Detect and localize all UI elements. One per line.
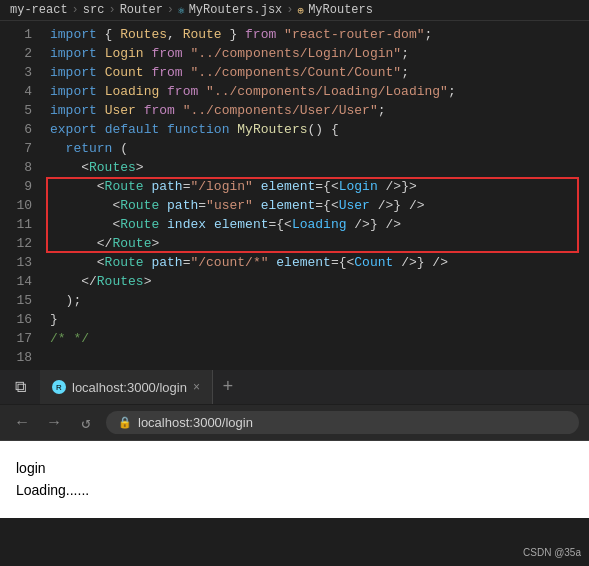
breadcrumb-part: MyRouters.jsx bbox=[189, 3, 283, 17]
browser-content: login Loading...... bbox=[0, 441, 589, 518]
code-line bbox=[50, 348, 589, 365]
line-number: 15 bbox=[0, 291, 40, 310]
tab-bar: ⧉ R localhost:3000/login × + bbox=[0, 370, 589, 405]
url-text: localhost:3000/login bbox=[138, 415, 253, 430]
new-tab-button[interactable]: + bbox=[213, 370, 243, 404]
forward-button[interactable]: → bbox=[42, 411, 66, 435]
tab-close-button[interactable]: × bbox=[193, 380, 200, 394]
code-line: <Route path="/login" element={<Login />}… bbox=[50, 177, 589, 196]
breadcrumb-part: Router bbox=[120, 3, 163, 17]
content-line-2: Loading...... bbox=[16, 479, 573, 501]
code-line: export default function MyRouters() { bbox=[50, 120, 589, 139]
code-editor: my-react › src › Router › ⚛ MyRouters.js… bbox=[0, 0, 589, 370]
code-line: <Route index element={<Loading />} /> bbox=[50, 215, 589, 234]
tab-label: localhost:3000/login bbox=[72, 380, 187, 395]
line-number: 16 bbox=[0, 310, 40, 329]
browser-tab[interactable]: R localhost:3000/login × bbox=[40, 370, 213, 404]
content-line-1: login bbox=[16, 457, 573, 479]
back-button[interactable]: ← bbox=[10, 411, 34, 435]
function-icon: ⊕ bbox=[298, 4, 305, 17]
line-number: 2 bbox=[0, 44, 40, 63]
new-window-button[interactable]: ⧉ bbox=[0, 370, 40, 404]
line-number: 18 bbox=[0, 348, 40, 367]
breadcrumb-part: my-react bbox=[10, 3, 68, 17]
tab-favicon: R bbox=[52, 380, 66, 394]
breadcrumb-part: MyRouters bbox=[308, 3, 373, 17]
breadcrumb-part: src bbox=[83, 3, 105, 17]
code-line: <Routes> bbox=[50, 158, 589, 177]
nav-bar: ← → ↺ 🔒 localhost:3000/login bbox=[0, 405, 589, 441]
refresh-button[interactable]: ↺ bbox=[74, 411, 98, 435]
line-number: 6 bbox=[0, 120, 40, 139]
code-line: ); bbox=[50, 291, 589, 310]
lock-icon: 🔒 bbox=[118, 416, 132, 429]
code-line: return ( bbox=[50, 139, 589, 158]
code-line: import Count from "../components/Count/C… bbox=[50, 63, 589, 82]
code-line: import { Routes, Route } from "react-rou… bbox=[50, 25, 589, 44]
code-line: import User from "../components/User/Use… bbox=[50, 101, 589, 120]
code-line: import Loading from "../components/Loadi… bbox=[50, 82, 589, 101]
code-line: } bbox=[50, 310, 589, 329]
code-content: import { Routes, Route } from "react-rou… bbox=[40, 21, 589, 365]
line-number: 17 bbox=[0, 329, 40, 348]
line-number: 5 bbox=[0, 101, 40, 120]
breadcrumb: my-react › src › Router › ⚛ MyRouters.js… bbox=[0, 0, 589, 21]
line-number: 14 bbox=[0, 272, 40, 291]
line-number: 1 bbox=[0, 25, 40, 44]
code-line: <Route path="user" element={<User />} /> bbox=[50, 196, 589, 215]
code-line: /* */ bbox=[50, 329, 589, 348]
line-number: 4 bbox=[0, 82, 40, 101]
line-number: 10 bbox=[0, 196, 40, 215]
line-number: 8 bbox=[0, 158, 40, 177]
line-numbers: 123456789101112131415161718 bbox=[0, 21, 40, 365]
code-line: import Login from "../components/Login/L… bbox=[50, 44, 589, 63]
line-number: 3 bbox=[0, 63, 40, 82]
line-number: 7 bbox=[0, 139, 40, 158]
code-area: 123456789101112131415161718 import { Rou… bbox=[0, 21, 589, 365]
code-line: </Route> bbox=[50, 234, 589, 253]
address-bar[interactable]: 🔒 localhost:3000/login bbox=[106, 411, 579, 434]
line-number: 13 bbox=[0, 253, 40, 272]
react-icon: ⚛ bbox=[178, 4, 185, 17]
line-number: 11 bbox=[0, 215, 40, 234]
code-line: <Route path="/count/*" element={<Count /… bbox=[50, 253, 589, 272]
code-line: </Routes> bbox=[50, 272, 589, 291]
line-number: 9 bbox=[0, 177, 40, 196]
line-number: 12 bbox=[0, 234, 40, 253]
